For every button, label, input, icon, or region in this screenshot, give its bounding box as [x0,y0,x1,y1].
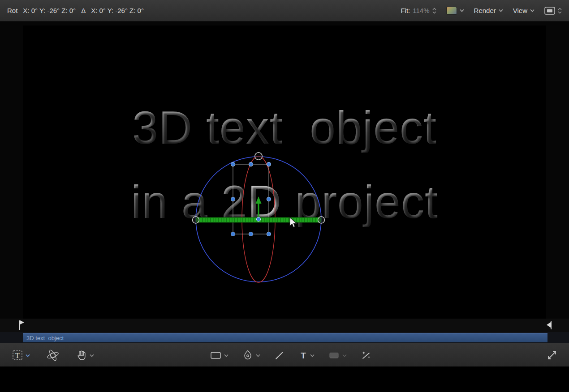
adjust-sparkle-icon [360,349,372,361]
fullscreen-button[interactable] [547,350,557,361]
chevron-down-icon [26,354,30,357]
canvas-toolbar: Rot X: 0° Y: -26° Z: 0° Δ X: 0° Y: -26° … [0,0,569,21]
fit-value: 114% [413,7,429,14]
rectangle-icon [210,349,222,361]
render-label: Render [474,7,496,14]
handle-bottom-mid[interactable] [249,232,253,236]
play-range-track[interactable] [0,319,569,332]
handle-top-mid[interactable] [249,162,253,166]
render-menu[interactable]: Render [474,7,503,14]
view-label: View [513,7,527,14]
rotation-status: Rot X: 0° Y: -26° Z: 0° Δ X: 0° Y: -26° … [7,7,144,14]
chevron-down-icon [460,9,464,12]
orbit-icon [46,349,60,361]
mask-tool[interactable] [328,349,347,361]
3d-text-line1[interactable]: 3D text object [23,102,546,153]
mouse-cursor [288,217,298,229]
adjust-item-tool[interactable] [360,349,372,361]
stepper-updown-icon [432,8,436,14]
svg-text:T: T [301,351,306,360]
motion-app-window: Rot X: 0° Y: -26° Z: 0° Δ X: 0° Y: -26° … [0,0,569,392]
color-channel-swatch-icon [446,7,457,15]
chevron-down-icon [342,354,347,357]
display-layout-icon [544,7,555,15]
chevron-down-icon [499,9,503,12]
bottom-letterbox [0,367,569,392]
rot-values: X: 0° Y: -26° Z: 0° [23,7,76,14]
rectangle-shape-tool[interactable] [210,349,228,361]
view-menu[interactable]: View [513,7,535,14]
handle-mid-left[interactable] [231,197,235,201]
text-tool[interactable]: T [299,349,315,361]
chevron-down-icon [310,354,315,357]
rotation-top-handle[interactable] [255,153,262,160]
composition-canvas[interactable]: 3D text object in a 2D project [23,26,546,319]
y-axis-arrowhead [256,196,262,204]
fit-label: Fit: [401,7,410,14]
anchor-point-handle[interactable] [256,217,260,221]
chevron-down-icon [256,354,260,357]
handle-top-left[interactable] [231,162,235,166]
stepper-updown-icon [558,8,562,14]
channels-popup[interactable] [446,7,464,15]
hand-icon [76,349,87,361]
chevron-down-icon [224,354,228,357]
mask-rect-icon [328,349,340,361]
chevron-down-icon [90,354,94,357]
expand-arrows-icon [547,350,557,361]
handle-bottom-right[interactable] [267,232,271,236]
viewer-stage: 3D text object in a 2D project [0,21,569,319]
band-handle-right[interactable] [318,217,325,223]
transform-glyph-tool[interactable]: T [12,349,30,361]
transform-glyph-icon: T [12,349,23,361]
orbit-3d-view-tool[interactable] [46,349,60,361]
play-range-out-marker[interactable] [546,320,553,330]
play-range-in-marker[interactable] [18,320,25,331]
selection-bounding-box [233,164,269,234]
pan-tool[interactable] [76,349,94,361]
handle-top-right[interactable] [267,162,271,166]
timeline-clip-3d-text[interactable]: 3D text object [23,333,547,342]
bezier-tool[interactable] [242,349,260,361]
brush-stroke-icon [274,349,285,361]
window-layout-control[interactable] [544,7,562,15]
bounding-box-handles[interactable] [231,162,271,236]
mini-timeline: 3D text object [0,332,569,343]
pen-nib-icon [242,349,254,361]
band-handle-left[interactable] [193,217,199,223]
paint-stroke-tool[interactable] [274,349,285,361]
delta-symbol: Δ [81,7,86,14]
chevron-down-icon [530,9,535,12]
3d-transform-gizmo[interactable] [191,152,326,286]
text-tool-icon: T [299,349,308,361]
handle-mid-right[interactable] [267,197,271,201]
clip-label: 3D text object [26,335,64,341]
tool-strip: T [0,343,569,367]
zoom-level-control[interactable]: Fit: 114% [401,7,436,14]
svg-text:T: T [15,352,20,359]
rot-label: Rot [7,7,17,14]
delta-values: X: 0° Y: -26° Z: 0° [91,7,144,14]
handle-bottom-left[interactable] [231,232,235,236]
